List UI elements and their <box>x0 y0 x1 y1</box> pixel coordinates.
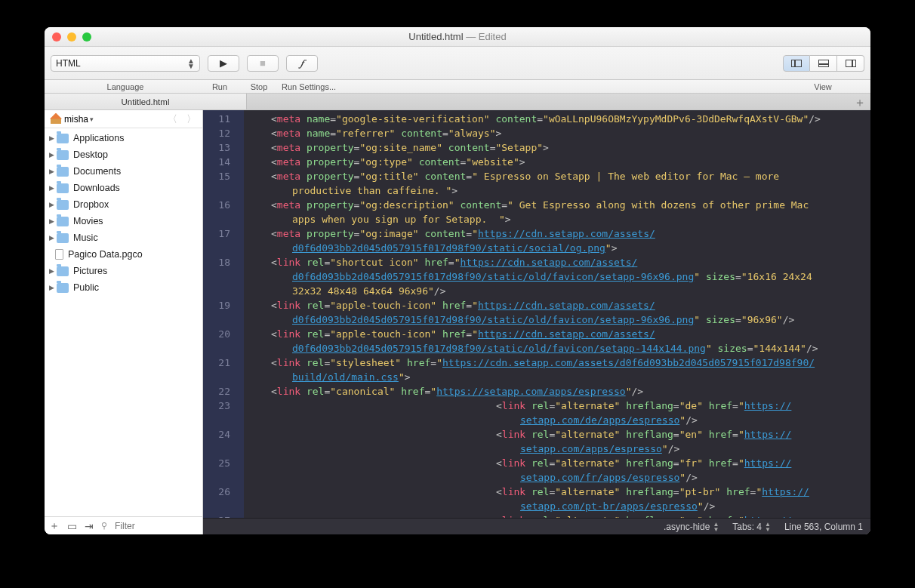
search-icon: ⚲ <box>101 521 107 531</box>
close-window-button[interactable] <box>52 32 61 42</box>
tree-item-label: Music <box>73 232 98 243</box>
editor-scroll[interactable]: 1112131415161718192021222324252627 <meta… <box>203 110 870 518</box>
tree-item[interactable]: ▶Desktop <box>45 146 202 163</box>
tree-item-label: Desktop <box>73 149 108 160</box>
disclosure-triangle-icon[interactable]: ▶ <box>48 267 55 275</box>
toolbar: HTML ▲▼ ▶ ■ 𝒇 <box>45 47 870 80</box>
tree-item-label: Pagico Data.pgco <box>68 249 143 260</box>
toolbar-labels: Language Run Stop Run Settings... View <box>45 80 870 94</box>
language-select[interactable]: HTML ▲▼ <box>51 55 200 72</box>
tree-item[interactable]: ▶Downloads <box>45 180 202 196</box>
disclosure-triangle-icon[interactable]: ▶ <box>48 184 55 192</box>
disclosure-triangle-icon[interactable]: ▶ <box>48 201 55 208</box>
chevron-updown-icon: ▲▼ <box>713 522 719 532</box>
document-tab-label: Untitled.html <box>122 97 170 106</box>
position-text: Line 563, Column 1 <box>784 522 863 532</box>
nav-forward-button[interactable]: 〉 <box>186 112 196 126</box>
panel-right-icon <box>846 60 856 67</box>
file-browser-sidebar: misha ▾ 〈 〉 ▶Applications▶Desktop▶Docume… <box>45 110 203 534</box>
tree-item[interactable]: ▶Pictures <box>45 263 202 279</box>
add-tab-button[interactable]: ＋ <box>854 95 866 111</box>
tab-width-indicator[interactable]: Tabs: 4 ▲▼ <box>732 522 771 532</box>
tree-item-label: Applications <box>73 133 124 143</box>
disclosure-triangle-icon[interactable]: ▶ <box>48 151 55 159</box>
run-label: Run <box>200 82 239 91</box>
zoom-window-button[interactable] <box>82 32 91 42</box>
view-mode-group <box>783 55 864 72</box>
view-label: View <box>781 82 864 91</box>
breadcrumb-user: misha <box>64 114 88 125</box>
breadcrumb[interactable]: misha ▾ 〈 〉 <box>45 110 202 128</box>
tree-item-label: Downloads <box>73 183 120 193</box>
code-area[interactable]: <meta name="google-site-verification" co… <box>244 110 870 518</box>
tree-item[interactable]: Pagico Data.pgco <box>45 246 202 263</box>
view-right-panel-button[interactable] <box>837 55 864 72</box>
folder-icon <box>57 200 69 210</box>
disclosure-triangle-icon[interactable]: ▶ <box>48 217 55 225</box>
cursor-position[interactable]: Line 563, Column 1 <box>784 522 863 532</box>
action-button[interactable]: ⇥ <box>85 520 94 532</box>
add-file-button[interactable]: ＋ <box>49 519 60 533</box>
nav-back-button[interactable]: 〈 <box>168 112 177 126</box>
new-folder-button[interactable]: ▭ <box>67 520 77 532</box>
document-tab[interactable]: Untitled.html <box>45 94 247 109</box>
tree-item-label: Pictures <box>73 266 107 276</box>
tab-bar-empty: ＋ <box>247 94 870 109</box>
tree-item[interactable]: ▶Music <box>45 229 202 246</box>
scope-indicator[interactable]: .async-hide ▲▼ <box>664 522 719 532</box>
chevron-updown-icon: ▲▼ <box>187 58 195 69</box>
stop-button[interactable]: ■ <box>247 55 279 72</box>
view-left-panel-button[interactable] <box>783 55 810 72</box>
status-bar: .async-hide ▲▼ Tabs: 4 ▲▼ Line 563, Colu… <box>203 518 870 534</box>
run-settings-button[interactable]: 𝒇 <box>286 55 318 72</box>
tree-item[interactable]: ▶Movies <box>45 213 202 229</box>
code-editor[interactable]: 1112131415161718192021222324252627 <meta… <box>203 110 870 534</box>
window-controls <box>52 32 91 42</box>
main-body: misha ▾ 〈 〉 ▶Applications▶Desktop▶Docume… <box>45 110 870 534</box>
disclosure-triangle-icon[interactable]: ▶ <box>48 134 55 142</box>
disclosure-triangle-icon[interactable]: ▶ <box>48 168 55 175</box>
folder-icon <box>57 134 69 143</box>
disclosure-triangle-icon[interactable]: ▶ <box>48 284 55 291</box>
sidebar-footer: ＋ ▭ ⇥ ⚲ <box>45 516 202 534</box>
breadcrumb-nav: 〈 〉 <box>168 112 196 126</box>
language-value: HTML <box>56 58 81 69</box>
tabs-text: Tabs: 4 <box>732 522 762 532</box>
run-button[interactable]: ▶ <box>208 55 239 72</box>
scope-text: .async-hide <box>664 522 710 532</box>
play-icon: ▶ <box>220 57 227 69</box>
tree-item[interactable]: ▶Documents <box>45 163 202 180</box>
tree-item[interactable]: ▶Public <box>45 279 202 296</box>
folder-icon <box>57 217 69 226</box>
folder-icon <box>57 167 69 177</box>
panel-bottom-icon <box>818 60 829 67</box>
wrench-icon: 𝒇 <box>300 57 303 69</box>
minimize-window-button[interactable] <box>67 32 76 42</box>
title-filename: Untitled.html <box>408 31 463 42</box>
home-icon <box>51 115 61 124</box>
folder-icon <box>57 150 69 160</box>
stop-label: Stop <box>239 82 279 91</box>
file-tree[interactable]: ▶Applications▶Desktop▶Documents▶Download… <box>45 128 202 516</box>
disclosure-triangle-icon[interactable]: ▶ <box>48 234 55 242</box>
file-icon <box>55 249 63 260</box>
editor-window: Untitled.html — Edited HTML ▲▼ ▶ ■ 𝒇 Lan… <box>45 27 870 534</box>
stop-icon: ■ <box>260 57 266 69</box>
tree-item-label: Dropbox <box>73 199 109 210</box>
folder-icon <box>57 183 69 193</box>
tree-item[interactable]: ▶Applications <box>45 130 202 146</box>
title-edited-indicator: — Edited <box>466 31 506 42</box>
run-settings-label: Run Settings... <box>279 82 347 91</box>
tree-item[interactable]: ▶Dropbox <box>45 196 202 213</box>
line-gutter[interactable]: 1112131415161718192021222324252627 <box>203 110 244 518</box>
tree-item-label: Movies <box>73 216 103 226</box>
language-label: Language <box>51 82 200 91</box>
window-title: Untitled.html — Edited <box>91 31 824 42</box>
panel-left-icon <box>791 60 802 67</box>
titlebar[interactable]: Untitled.html — Edited <box>45 27 870 47</box>
chevron-updown-icon: ▲▼ <box>765 522 771 532</box>
folder-icon <box>57 233 69 243</box>
folder-icon <box>57 266 69 276</box>
folder-icon <box>57 283 69 293</box>
view-bottom-panel-button[interactable] <box>810 55 837 72</box>
